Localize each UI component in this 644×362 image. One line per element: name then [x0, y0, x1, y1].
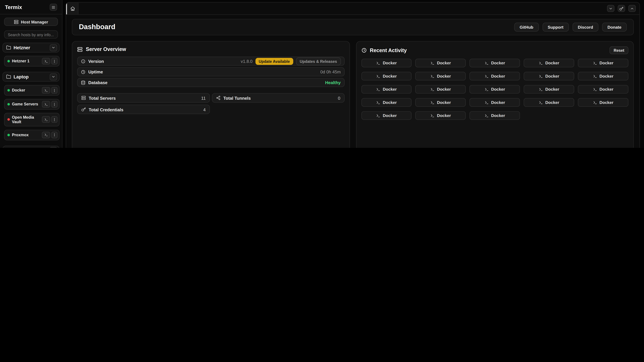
activity-grid: Docker Docker Docker	[361, 59, 628, 120]
host-menu-button[interactable]	[51, 58, 58, 64]
recent-activity-panel: Recent Activity Reset Docker	[356, 41, 634, 148]
database-status: Healthy	[325, 80, 341, 85]
total-icon	[81, 96, 86, 100]
tabbar-actions	[607, 5, 636, 12]
host-item[interactable]: Docker	[4, 85, 60, 96]
host-name: Proxmox	[12, 133, 40, 137]
server-icon	[77, 46, 82, 52]
activity-item-button[interactable]: Docker	[524, 59, 574, 67]
terminal-icon	[376, 87, 380, 91]
collapse-up-button[interactable]	[628, 5, 636, 12]
activity-item-button[interactable]: Docker	[524, 72, 574, 80]
activity-item-button[interactable]: Docker	[361, 59, 412, 67]
activity-item-button[interactable]: Docker	[470, 59, 520, 67]
activity-item-button[interactable]: Docker	[416, 59, 466, 67]
ssh-keys-button[interactable]	[618, 5, 625, 12]
scroll-down-button[interactable]	[607, 5, 614, 12]
activity-item-label: Docker	[491, 74, 505, 78]
host-group-header[interactable]: Hetzner	[2, 43, 60, 53]
panel-header: Server Overview	[77, 46, 344, 52]
host-item[interactable]: Open Media Vault	[4, 113, 60, 126]
total-label: Total Servers	[89, 95, 198, 100]
clock-icon	[81, 69, 85, 74]
activity-item-label: Docker	[383, 113, 397, 118]
host-name: Open Media Vault	[12, 115, 40, 124]
activity-item-button[interactable]: Docker	[524, 98, 574, 107]
chevron-down-icon	[608, 6, 613, 10]
host-menu-button[interactable]	[51, 116, 58, 123]
reset-button[interactable]: Reset	[610, 46, 628, 54]
activity-item-button[interactable]: Docker	[416, 72, 466, 80]
activity-item-button[interactable]: Docker	[470, 111, 520, 120]
host-menu-button[interactable]	[51, 132, 58, 138]
activity-item-button[interactable]: Docker	[416, 98, 466, 107]
host-item[interactable]: Game Servers	[4, 99, 60, 110]
host-status-dot	[8, 60, 10, 62]
terminal-icon	[539, 61, 543, 65]
host-terminal-button[interactable]	[42, 132, 50, 138]
activity-item-label: Docker	[491, 87, 505, 91]
activity-item-button[interactable]: Docker	[470, 85, 520, 93]
activity-item-button[interactable]: Docker	[361, 72, 412, 80]
group-collapse-button[interactable]	[50, 44, 57, 51]
activity-item-label: Docker	[437, 100, 451, 105]
total-tile: Total Tunnels 0	[212, 93, 344, 103]
tab-home[interactable]	[66, 2, 78, 14]
header-link-button[interactable]: GitHub	[514, 23, 539, 32]
header-link-button[interactable]: Donate	[602, 23, 627, 32]
host-group-header[interactable]: Laptop	[2, 72, 60, 82]
activity-item-button[interactable]: Docker	[361, 111, 412, 120]
activity-item-button[interactable]: Docker	[524, 85, 574, 93]
app-window: Termix Host Manager Hetzner	[0, 0, 644, 148]
host-status-dot	[8, 89, 10, 91]
activity-item-button[interactable]: Docker	[578, 59, 628, 67]
version-row: Version v1.8.0 Update Available Updates …	[77, 57, 344, 66]
host-terminal-button[interactable]	[42, 116, 50, 123]
activity-item-label: Docker	[491, 113, 505, 118]
host-group: Laptop Docker	[2, 72, 60, 140]
host-search-input[interactable]	[4, 30, 58, 38]
activity-item-button[interactable]: Docker	[361, 98, 412, 107]
group-collapse-button[interactable]	[50, 147, 57, 148]
database-label: Database	[88, 80, 322, 85]
activity-item-label: Docker	[600, 100, 614, 105]
kebab-menu-icon	[52, 102, 56, 106]
host-terminal-button[interactable]	[42, 101, 50, 107]
header-link-button[interactable]: Support	[542, 23, 569, 32]
host-name: Docker	[12, 88, 40, 93]
host-terminal-button[interactable]	[42, 58, 50, 64]
host-manager-button[interactable]: Host Manager	[4, 17, 58, 26]
total-icon	[216, 96, 220, 100]
clock-icon	[361, 48, 366, 53]
activity-item-button[interactable]: Docker	[578, 72, 628, 80]
host-item[interactable]: Proxmox	[4, 130, 60, 140]
activity-item-button[interactable]: Docker	[416, 111, 466, 120]
update-available-button[interactable]: Update Available	[256, 58, 293, 65]
host-item[interactable]: Hetzner 1	[4, 56, 60, 66]
activity-item-button[interactable]: Docker	[470, 98, 520, 107]
terminal-icon	[593, 61, 597, 65]
host-group: Hetzner Hetzner 1	[2, 43, 60, 66]
activity-item-button[interactable]: Docker	[470, 72, 520, 80]
terminal-icon	[484, 87, 488, 91]
host-terminal-button[interactable]	[42, 87, 50, 93]
header-link-button[interactable]: Discord	[572, 23, 598, 32]
overview-rows: Version v1.8.0 Update Available Updates …	[77, 57, 344, 87]
host-name: Hetzner 1	[12, 59, 40, 63]
kebab-menu-icon	[52, 59, 56, 63]
updates-releases-button[interactable]: Updates & Releases	[296, 57, 341, 65]
activity-item-button[interactable]: Docker	[361, 85, 412, 93]
activity-item-button[interactable]: Docker	[578, 98, 628, 107]
host-menu-button[interactable]	[51, 87, 58, 93]
group-collapse-button[interactable]	[50, 73, 57, 80]
activity-item-button[interactable]: Docker	[578, 85, 628, 93]
activity-item-button[interactable]: Docker	[416, 85, 466, 93]
terminal-icon	[593, 100, 597, 104]
version-icon	[81, 59, 85, 63]
dashboard-grid: Server Overview Version v1.8.0 Update Av…	[72, 41, 634, 148]
sidebar-header: Termix	[0, 0, 62, 14]
host-menu-button[interactable]	[51, 101, 58, 107]
host-group-header[interactable]: Oracle	[2, 146, 60, 148]
host-groups: Hetzner Hetzner 1	[0, 38, 62, 148]
sidebar-menu-button[interactable]	[50, 4, 57, 11]
